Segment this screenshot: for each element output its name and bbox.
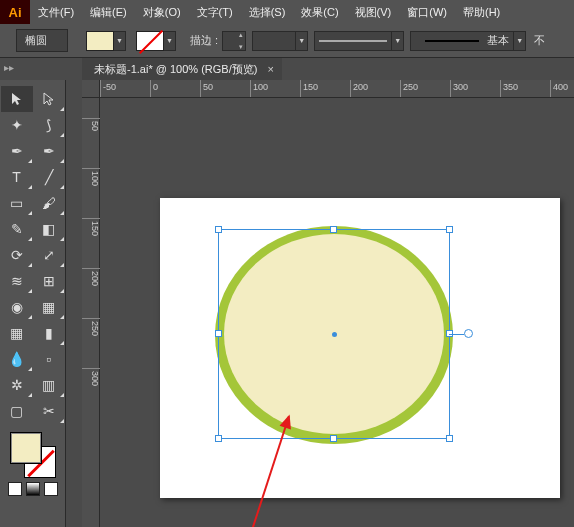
magic-wand-tool[interactable]: ✦ — [1, 112, 33, 138]
resize-handle-bottom-mid[interactable] — [330, 435, 337, 442]
color-mode-solid[interactable] — [8, 482, 22, 496]
menu-help[interactable]: 帮助(H) — [455, 0, 508, 24]
ruler-tick: 200 — [350, 80, 368, 98]
menu-effect[interactable]: 效果(C) — [293, 0, 346, 24]
fill-stroke-indicator[interactable] — [10, 432, 56, 478]
direct-selection-tool[interactable] — [33, 86, 65, 112]
resize-handle-bottom-left[interactable] — [215, 435, 222, 442]
resize-handle-mid-left[interactable] — [215, 330, 222, 337]
ruler-tick: 300 — [450, 80, 468, 98]
ruler-tick: 150 — [82, 218, 100, 236]
menu-select[interactable]: 选择(S) — [241, 0, 294, 24]
ruler-tick: 350 — [500, 80, 518, 98]
brush-definition[interactable]: 基本 — [410, 31, 514, 51]
stroke-label: 描边 : — [190, 33, 218, 48]
free-transform-tool[interactable]: ⊞ — [33, 268, 65, 294]
stroke-style-dropdown[interactable] — [314, 31, 392, 51]
mesh-tool[interactable]: ▦ — [1, 320, 33, 346]
app-logo: Ai — [0, 0, 30, 24]
ruler-tick: 100 — [250, 80, 268, 98]
collapse-panel-icon[interactable]: ▸▸ — [4, 62, 14, 73]
lasso-tool[interactable]: ⟆ — [33, 112, 65, 138]
color-mode-none[interactable] — [44, 482, 58, 496]
ruler-origin[interactable] — [82, 80, 100, 98]
selection-bounding-box[interactable] — [218, 229, 450, 439]
pen-tool[interactable]: ✒ — [1, 138, 33, 164]
color-mode-gradient[interactable] — [26, 482, 40, 496]
fill-indicator[interactable] — [10, 432, 42, 464]
resize-handle-top-mid[interactable] — [330, 226, 337, 233]
slice-tool[interactable]: ✂ — [33, 398, 65, 424]
ruler-tick: -50 — [100, 80, 116, 98]
rotate-tool[interactable]: ⟳ — [1, 242, 33, 268]
ruler-tick: 100 — [82, 168, 100, 186]
rectangle-tool[interactable]: ▭ — [1, 190, 33, 216]
artboard-tool[interactable]: ▢ — [1, 398, 33, 424]
ruler-tick: 50 — [200, 80, 213, 98]
menu-view[interactable]: 视图(V) — [347, 0, 400, 24]
ruler-tick: 300 — [82, 368, 100, 386]
variable-width-dropdown-icon[interactable]: ▼ — [296, 31, 308, 51]
paintbrush-tool[interactable]: 🖌 — [33, 190, 65, 216]
menu-object[interactable]: 对象(O) — [135, 0, 189, 24]
menu-window[interactable]: 窗口(W) — [399, 0, 455, 24]
ruler-tick: 50 — [82, 118, 100, 131]
column-graph-tool[interactable]: ▥ — [33, 372, 65, 398]
type-tool[interactable]: T — [1, 164, 33, 190]
variable-width-profile[interactable] — [252, 31, 296, 51]
tools-panel: ✦ ⟆ ✒ ✒ T ╱ ▭ 🖌 ✎ ◧ ⟳ ⤢ ≋ ⊞ ◉ ▦ ▦ ▮ 💧 ▫ … — [0, 80, 66, 527]
blend-tool[interactable]: ▫ — [33, 346, 65, 372]
brush-definition-label: 基本 — [487, 33, 509, 48]
stroke-weight-input[interactable] — [222, 31, 246, 51]
selection-center-icon — [332, 332, 337, 337]
stroke-color-dropdown-icon[interactable]: ▼ — [164, 31, 176, 51]
document-tab-title: 未标题-1.ai* @ 100% (RGB/预览) — [94, 62, 257, 77]
stroke-style-dropdown-icon[interactable]: ▼ — [392, 31, 404, 51]
horizontal-ruler[interactable]: -50 0 50 100 150 200 250 300 350 400 — [82, 80, 574, 98]
ruler-tick: 400 — [550, 80, 568, 98]
scale-tool[interactable]: ⤢ — [33, 242, 65, 268]
menu-file[interactable]: 文件(F) — [30, 0, 82, 24]
resize-handle-top-right[interactable] — [446, 226, 453, 233]
menu-bar: Ai 文件(F) 编辑(E) 对象(O) 文字(T) 选择(S) 效果(C) 视… — [0, 0, 574, 24]
brush-dropdown-icon[interactable]: ▼ — [514, 31, 526, 51]
ruler-tick: 250 — [400, 80, 418, 98]
document-tabs: 未标题-1.ai* @ 100% (RGB/预览) × — [82, 58, 282, 80]
selection-tool[interactable] — [1, 86, 33, 112]
stroke-color-swatch[interactable] — [136, 31, 164, 51]
resize-handle-bottom-right[interactable] — [446, 435, 453, 442]
eraser-tool[interactable]: ◧ — [33, 216, 65, 242]
close-tab-icon[interactable]: × — [267, 63, 273, 75]
opacity-label-truncated: 不 — [534, 33, 545, 48]
rotation-handle-line — [449, 334, 464, 335]
menu-edit[interactable]: 编辑(E) — [82, 0, 135, 24]
width-tool[interactable]: ≋ — [1, 268, 33, 294]
rotation-handle[interactable] — [464, 329, 473, 338]
menu-type[interactable]: 文字(T) — [189, 0, 241, 24]
vertical-ruler[interactable]: 50 100 150 200 250 300 — [82, 98, 100, 527]
ruler-tick: 250 — [82, 318, 100, 336]
line-segment-tool[interactable]: ╱ — [33, 164, 65, 190]
curvature-tool[interactable]: ✒ — [33, 138, 65, 164]
ruler-tick: 0 — [150, 80, 158, 98]
fill-color-swatch[interactable] — [86, 31, 114, 51]
shaper-tool[interactable]: ✎ — [1, 216, 33, 242]
fill-color-dropdown-icon[interactable]: ▼ — [114, 31, 126, 51]
symbol-sprayer-tool[interactable]: ✲ — [1, 372, 33, 398]
eyedropper-tool[interactable]: 💧 — [1, 346, 33, 372]
gradient-tool[interactable]: ▮ — [33, 320, 65, 346]
ruler-tick: 150 — [300, 80, 318, 98]
shape-name-dropdown[interactable]: 椭圆 — [16, 29, 68, 52]
shape-builder-tool[interactable]: ◉ — [1, 294, 33, 320]
options-bar: 椭圆 ▼ ▼ 描边 : ▼ ▼ 基本 ▼ 不 — [0, 24, 574, 58]
resize-handle-top-left[interactable] — [215, 226, 222, 233]
canvas[interactable] — [100, 98, 574, 527]
ruler-tick: 200 — [82, 268, 100, 286]
perspective-grid-tool[interactable]: ▦ — [33, 294, 65, 320]
document-tab[interactable]: 未标题-1.ai* @ 100% (RGB/预览) × — [82, 58, 282, 81]
